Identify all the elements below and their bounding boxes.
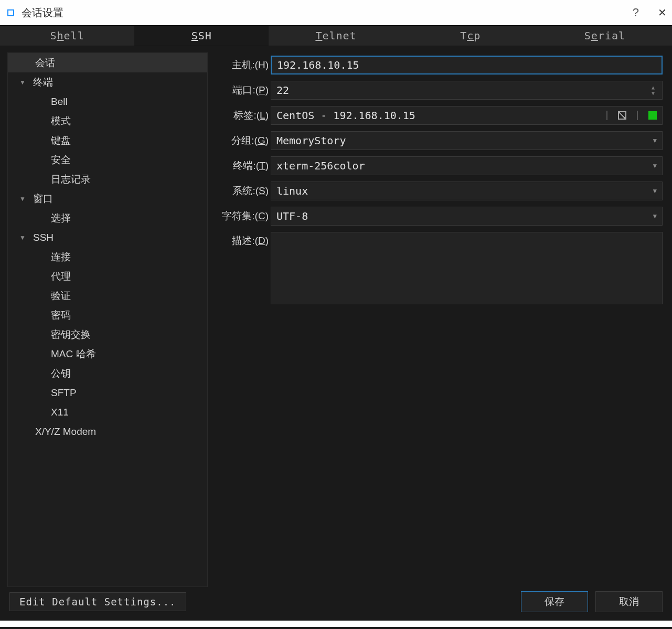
chevron-down-icon: ▼ xyxy=(19,234,28,241)
sidebar-item-keyboard[interactable]: 键盘 xyxy=(8,131,207,150)
tab-shell[interactable]: Shell xyxy=(0,26,134,46)
settings-sidebar: 会话 ▼ 终端 Bell 模式 键盘 安全 日志记录 ▼ 窗口 选择 ▼ SSH… xyxy=(7,52,208,587)
label-port: 端口:(P) xyxy=(220,83,269,97)
color-swatch-icon[interactable] xyxy=(648,111,657,120)
tab-serial[interactable]: Serial xyxy=(538,26,672,46)
close-icon[interactable]: ✕ xyxy=(658,6,667,19)
sidebar-item-session[interactable]: 会话 xyxy=(8,53,207,72)
system-select[interactable]: linux ▼ xyxy=(271,182,663,200)
port-spinner[interactable]: ▲▼ xyxy=(652,81,661,99)
chevron-down-icon: ▼ xyxy=(653,137,657,144)
window-title: 会话设置 xyxy=(22,6,63,20)
chevron-down-icon: ▼ xyxy=(653,187,657,195)
connection-type-tabs: Shell SSH Telnet Tcp Serial xyxy=(0,25,672,46)
chevron-down-icon: ▼ xyxy=(19,79,28,86)
chevron-down-icon: ▼ xyxy=(653,162,657,169)
chevron-down-icon: ▼ xyxy=(653,212,657,220)
cancel-button[interactable]: 取消 xyxy=(595,591,663,612)
sidebar-item-modem[interactable]: X/Y/Z Modem xyxy=(8,422,207,441)
sidebar-item-pubkey[interactable]: 公钥 xyxy=(8,364,207,383)
sidebar-item-proxy[interactable]: 代理 xyxy=(8,266,207,286)
dialog-footer: Edit Default Settings... 保存 取消 xyxy=(0,587,672,616)
label-group: 分组:(G) xyxy=(220,134,269,147)
group-select[interactable]: MemoryStory ▼ xyxy=(271,131,663,150)
separator-icon xyxy=(606,111,607,120)
titlebar: 会话设置 ? ✕ xyxy=(0,0,672,25)
charset-select[interactable]: UTF-8 ▼ xyxy=(271,207,663,226)
sidebar-item-x11[interactable]: X11 xyxy=(8,402,207,422)
chevron-down-icon: ▼ xyxy=(19,195,28,202)
sidebar-item-mac[interactable]: MAC 哈希 xyxy=(8,344,207,364)
separator-icon xyxy=(637,111,638,120)
sidebar-section-ssh[interactable]: ▼ SSH xyxy=(8,228,207,247)
port-input[interactable]: 22 ▲▼ xyxy=(271,81,663,100)
terminal-select[interactable]: xterm-256color ▼ xyxy=(271,156,663,175)
icon-picker-icon[interactable] xyxy=(618,111,626,120)
host-input[interactable]: 192.168.10.15 xyxy=(271,56,663,74)
help-icon[interactable]: ? xyxy=(633,6,639,19)
label-system: 系统:(S) xyxy=(220,184,269,198)
edit-defaults-button[interactable]: Edit Default Settings... xyxy=(9,592,186,611)
sidebar-item-password[interactable]: 密码 xyxy=(8,305,207,325)
sidebar-section-terminal[interactable]: ▼ 终端 xyxy=(8,72,207,92)
sidebar-item-selection[interactable]: 选择 xyxy=(8,208,207,228)
window-border-bottom xyxy=(0,621,672,627)
edit-defaults-label: dit Default Settings... xyxy=(26,596,176,607)
tag-input[interactable]: CentOS - 192.168.10.15 xyxy=(271,106,663,125)
label-charset: 字符集:(C) xyxy=(220,209,269,223)
sidebar-section-window[interactable]: ▼ 窗口 xyxy=(8,189,207,208)
sidebar-item-auth[interactable]: 验证 xyxy=(8,286,207,305)
tab-tcp[interactable]: Tcp xyxy=(403,26,538,46)
sidebar-item-security[interactable]: 安全 xyxy=(8,150,207,169)
label-description: 描述:(D) xyxy=(220,232,269,248)
sidebar-item-sftp[interactable]: SFTP xyxy=(8,383,207,402)
sidebar-item-kex[interactable]: 密钥交换 xyxy=(8,325,207,344)
tab-telnet[interactable]: Telnet xyxy=(269,26,403,46)
session-form: 主机:(H) 192.168.10.15 端口:(P) 22 ▲▼ 标签:(L)… xyxy=(208,46,672,587)
save-button[interactable]: 保存 xyxy=(521,591,588,612)
label-tag: 标签:(L) xyxy=(220,109,269,122)
label-host: 主机:(H) xyxy=(220,58,269,72)
sidebar-item-logging[interactable]: 日志记录 xyxy=(8,169,207,189)
sidebar-item-connection[interactable]: 连接 xyxy=(8,247,207,266)
app-icon xyxy=(7,9,14,16)
description-textarea[interactable] xyxy=(271,232,663,304)
label-terminal: 终端:(T) xyxy=(220,159,269,173)
tab-ssh[interactable]: SSH xyxy=(134,26,269,46)
sidebar-item-bell[interactable]: Bell xyxy=(8,92,207,111)
sidebar-item-mode[interactable]: 模式 xyxy=(8,111,207,131)
